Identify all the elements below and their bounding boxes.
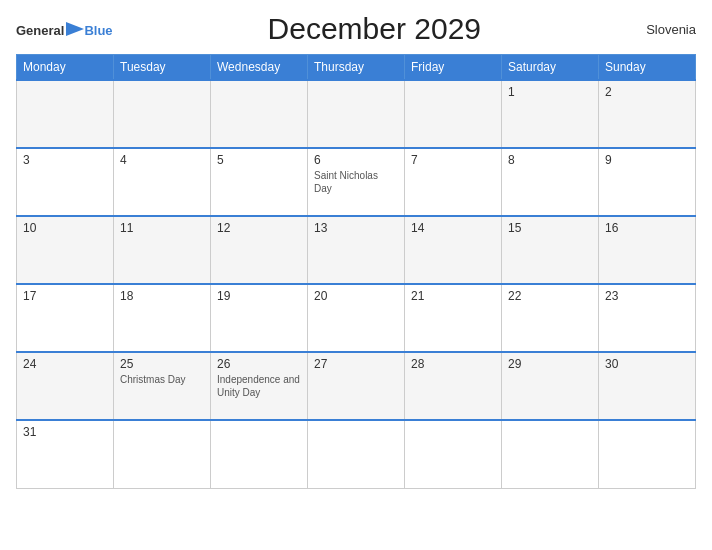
holiday-label: Christmas Day [120,373,204,386]
day-number: 17 [23,289,107,303]
calendar-cell: 17 [17,284,114,352]
day-number: 14 [411,221,495,235]
country-label: Slovenia [636,22,696,37]
logo-blue-text: Blue [84,24,112,37]
calendar-cell: 22 [502,284,599,352]
calendar-cell: 31 [17,420,114,488]
calendar-cell: 18 [114,284,211,352]
calendar-week-6: 31 [17,420,696,488]
holiday-label: Independence and Unity Day [217,373,301,399]
calendar-cell: 9 [599,148,696,216]
logo: General Blue [16,22,113,37]
day-number: 5 [217,153,301,167]
calendar-cell: 4 [114,148,211,216]
col-saturday: Saturday [502,55,599,81]
calendar-cell [308,80,405,148]
calendar-cell: 23 [599,284,696,352]
day-number: 28 [411,357,495,371]
calendar-cell [211,80,308,148]
calendar-week-5: 2425Christmas Day26Independence and Unit… [17,352,696,420]
calendar-cell: 29 [502,352,599,420]
day-number: 16 [605,221,689,235]
calendar-cell: 30 [599,352,696,420]
day-number: 30 [605,357,689,371]
day-number: 12 [217,221,301,235]
day-number: 13 [314,221,398,235]
day-number: 23 [605,289,689,303]
calendar-header-row: Monday Tuesday Wednesday Thursday Friday… [17,55,696,81]
day-number: 1 [508,85,592,99]
page: General Blue December 2029 Slovenia Mond… [0,0,712,550]
calendar-cell [114,80,211,148]
day-number: 9 [605,153,689,167]
calendar-cell: 15 [502,216,599,284]
day-number: 15 [508,221,592,235]
calendar-cell: 3 [17,148,114,216]
calendar-cell: 14 [405,216,502,284]
calendar-cell [599,420,696,488]
calendar-cell: 6Saint Nicholas Day [308,148,405,216]
col-monday: Monday [17,55,114,81]
calendar-cell: 10 [17,216,114,284]
day-number: 2 [605,85,689,99]
calendar-cell [405,80,502,148]
day-number: 27 [314,357,398,371]
day-number: 20 [314,289,398,303]
calendar-cell: 11 [114,216,211,284]
day-number: 25 [120,357,204,371]
day-number: 21 [411,289,495,303]
calendar-cell [17,80,114,148]
logo-flag-icon [66,22,84,36]
calendar-cell: 26Independence and Unity Day [211,352,308,420]
calendar-cell: 12 [211,216,308,284]
calendar-table: Monday Tuesday Wednesday Thursday Friday… [16,54,696,489]
header: General Blue December 2029 Slovenia [16,12,696,46]
day-number: 19 [217,289,301,303]
day-number: 7 [411,153,495,167]
calendar-title: December 2029 [113,12,636,46]
calendar-cell [405,420,502,488]
day-number: 10 [23,221,107,235]
calendar-cell: 7 [405,148,502,216]
svg-marker-0 [66,22,84,36]
holiday-label: Saint Nicholas Day [314,169,398,195]
col-thursday: Thursday [308,55,405,81]
day-number: 18 [120,289,204,303]
day-number: 29 [508,357,592,371]
calendar-cell: 2 [599,80,696,148]
day-number: 22 [508,289,592,303]
calendar-week-3: 10111213141516 [17,216,696,284]
calendar-cell: 28 [405,352,502,420]
calendar-cell [114,420,211,488]
calendar-cell [308,420,405,488]
calendar-cell: 1 [502,80,599,148]
calendar-cell [211,420,308,488]
calendar-cell [502,420,599,488]
col-tuesday: Tuesday [114,55,211,81]
calendar-week-1: 12 [17,80,696,148]
calendar-cell: 21 [405,284,502,352]
day-number: 26 [217,357,301,371]
col-sunday: Sunday [599,55,696,81]
calendar-cell: 25Christmas Day [114,352,211,420]
calendar-cell: 16 [599,216,696,284]
day-number: 8 [508,153,592,167]
col-friday: Friday [405,55,502,81]
logo-general-text: General [16,24,64,37]
calendar-cell: 13 [308,216,405,284]
day-number: 31 [23,425,107,439]
calendar-cell: 27 [308,352,405,420]
day-number: 3 [23,153,107,167]
calendar-cell: 24 [17,352,114,420]
calendar-cell: 20 [308,284,405,352]
calendar-week-4: 17181920212223 [17,284,696,352]
calendar-week-2: 3456Saint Nicholas Day789 [17,148,696,216]
day-number: 6 [314,153,398,167]
col-wednesday: Wednesday [211,55,308,81]
calendar-cell: 8 [502,148,599,216]
day-number: 4 [120,153,204,167]
calendar-cell: 19 [211,284,308,352]
day-number: 11 [120,221,204,235]
day-number: 24 [23,357,107,371]
calendar-cell: 5 [211,148,308,216]
